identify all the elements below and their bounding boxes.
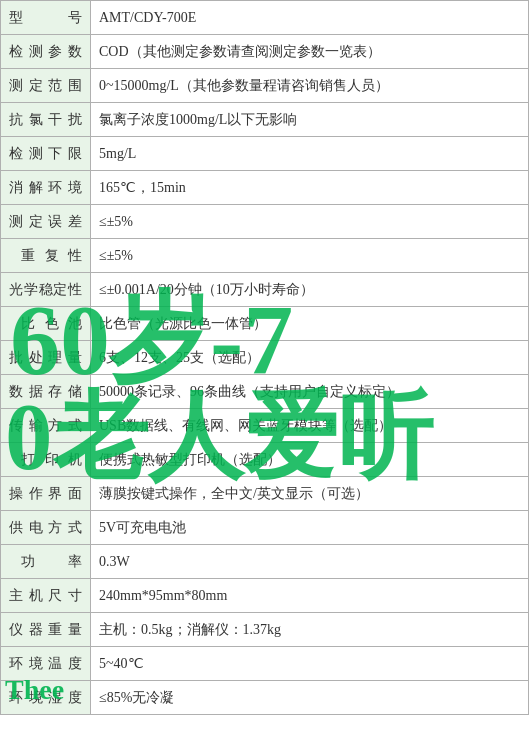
spec-label: 环境湿度: [1, 681, 91, 715]
spec-value: 0.3W: [91, 545, 529, 579]
spec-label: 光学稳定性: [1, 273, 91, 307]
spec-value: ≤±5%: [91, 239, 529, 273]
spec-value: USB数据线、有线网、网关蓝牙模块等（选配）: [91, 409, 529, 443]
spec-label: 主机尺寸: [1, 579, 91, 613]
spec-value: 薄膜按键式操作，全中文/英文显示（可选）: [91, 477, 529, 511]
spec-value: COD（其他测定参数请查阅测定参数一览表）: [91, 35, 529, 69]
spec-label: 比色池: [1, 307, 91, 341]
spec-label: 重复性: [1, 239, 91, 273]
spec-label: 消解环境: [1, 171, 91, 205]
spec-label: 功率: [1, 545, 91, 579]
spec-label: 检测参数: [1, 35, 91, 69]
spec-value: 240mm*95mm*80mm: [91, 579, 529, 613]
spec-value: 50000条记录、96条曲线（支持用户自定义标定）: [91, 375, 529, 409]
spec-value: 5~40℃: [91, 647, 529, 681]
spec-label: 供电方式: [1, 511, 91, 545]
spec-value: 165℃，15min: [91, 171, 529, 205]
spec-value: ≤±5%: [91, 205, 529, 239]
spec-label: 操作界面: [1, 477, 91, 511]
spec-value: 0~15000mg/L（其他参数量程请咨询销售人员）: [91, 69, 529, 103]
spec-label: 型号: [1, 1, 91, 35]
spec-label: 数据存储: [1, 375, 91, 409]
spec-value: 比色管（光源比色一体管）: [91, 307, 529, 341]
spec-label: 测定范围: [1, 69, 91, 103]
spec-label: 环境温度: [1, 647, 91, 681]
spec-value: 5V可充电电池: [91, 511, 529, 545]
spec-value: AMT/CDY-700E: [91, 1, 529, 35]
spec-value: ≤85%无冷凝: [91, 681, 529, 715]
spec-value: ≤±0.001A/20分钟（10万小时寿命）: [91, 273, 529, 307]
spec-label: 仪器重量: [1, 613, 91, 647]
spec-label: 测定误差: [1, 205, 91, 239]
spec-label: 打印机: [1, 443, 91, 477]
spec-value: 氯离子浓度1000mg/L以下无影响: [91, 103, 529, 137]
spec-label: 抗氯干扰: [1, 103, 91, 137]
spec-label: 传输方式: [1, 409, 91, 443]
spec-label: 批处理量: [1, 341, 91, 375]
spec-value: 5mg/L: [91, 137, 529, 171]
spec-value: 主机：0.5kg；消解仪：1.37kg: [91, 613, 529, 647]
spec-value: 6支、12支、25支（选配）: [91, 341, 529, 375]
spec-table: 型号AMT/CDY-700E检测参数COD（其他测定参数请查阅测定参数一览表）测…: [0, 0, 529, 715]
spec-value: 便携式热敏型打印机（选配）: [91, 443, 529, 477]
spec-label: 检测下限: [1, 137, 91, 171]
